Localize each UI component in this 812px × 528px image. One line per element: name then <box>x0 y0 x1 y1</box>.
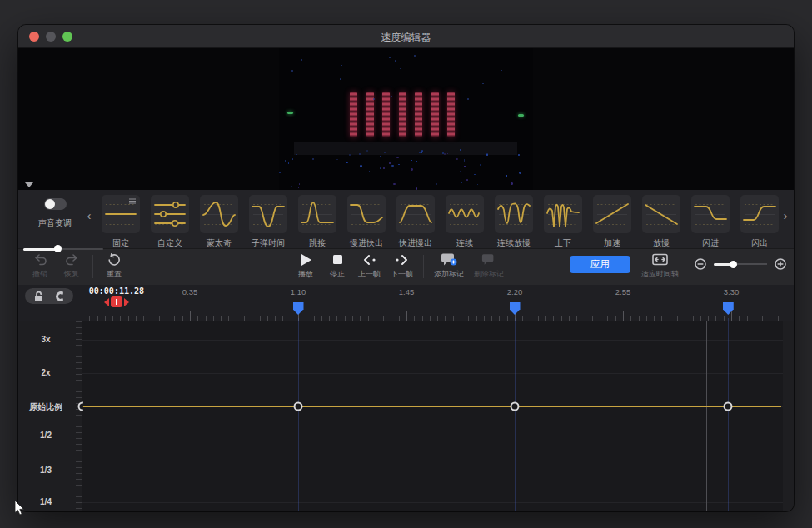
stop-button[interactable]: 停止 <box>326 252 348 280</box>
lock-icon[interactable] <box>33 291 44 302</box>
playhead-left-arrow-icon[interactable] <box>104 298 109 306</box>
zoom-in-icon[interactable] <box>775 258 786 270</box>
presets-scrollbar[interactable] <box>23 247 103 251</box>
redo-button: 恢复 <box>61 252 82 280</box>
fit-timeline-icon <box>652 252 668 266</box>
speed-scale-label: 1/3 <box>18 466 73 475</box>
audience-light-dot <box>474 174 476 176</box>
playhead-handle[interactable] <box>104 296 129 307</box>
preset-slow-in-fast-out[interactable]: 慢进快出 <box>347 195 386 249</box>
audience-light-dot <box>414 55 416 57</box>
speed-keyframe[interactable] <box>724 402 733 411</box>
audio-pitch-toggle[interactable] <box>44 198 67 210</box>
audience-light-dot <box>383 167 386 170</box>
audience-light-dot <box>398 164 399 165</box>
preset-label: 跳接 <box>309 237 326 249</box>
ruler-tick <box>82 311 82 321</box>
preset-custom[interactable]: 自定义 <box>151 195 189 249</box>
audience-light-dot <box>380 156 381 157</box>
zoom-slider-knob[interactable] <box>730 261 737 268</box>
toggle-knob <box>45 199 55 209</box>
stop-icon <box>332 252 343 266</box>
playhead-timecode: 00:00:11.28 <box>89 286 144 296</box>
audio-pitch-group: 声音变调 <box>28 190 82 229</box>
speed-curve-line[interactable] <box>82 406 781 407</box>
previous-frame-button[interactable]: 上一帧 <box>358 252 381 280</box>
scrollbar-knob[interactable] <box>54 245 62 252</box>
title-bar: 速度编辑器 <box>18 25 794 48</box>
preset-label: 子弹时间 <box>252 237 285 249</box>
stage-light-column <box>366 92 374 137</box>
ruler-tick <box>731 311 732 321</box>
magnet-snap-icon[interactable] <box>53 291 65 302</box>
speed-scale-label: 原始比例 <box>18 401 73 413</box>
gridline <box>82 471 783 471</box>
apply-button[interactable]: 应用 <box>570 256 630 273</box>
preset-label: 闪出 <box>751 237 768 249</box>
playhead-line[interactable] <box>117 307 117 511</box>
speed-curve-plot[interactable] <box>82 321 783 511</box>
slow-in-fast-out-curve-icon <box>347 195 386 233</box>
next-frame-button[interactable]: 下一帧 <box>391 252 413 280</box>
preset-flash-out[interactable]: 闪出 <box>740 195 779 249</box>
fit-timeline-button[interactable]: 适应时间轴 <box>641 252 679 280</box>
zoom-out-icon[interactable] <box>695 258 706 270</box>
preset-speed-up[interactable]: 加速 <box>593 195 631 249</box>
preset-label: 蒙太奇 <box>207 237 232 249</box>
audience-light-dot <box>511 182 513 185</box>
timeline-zoom-slider[interactable] <box>714 261 767 268</box>
audience-light-dot <box>369 171 370 172</box>
preset-up-down[interactable]: 上下 <box>544 195 582 249</box>
audience-light-dot <box>396 157 399 159</box>
marker-guide-line <box>298 318 299 511</box>
time-ruler[interactable]: 0:351:101:452:202:553:30 <box>82 285 783 321</box>
marker-guide-line <box>728 318 729 511</box>
playhead-right-arrow-icon[interactable] <box>124 298 129 306</box>
speed-keyframe[interactable] <box>294 402 303 411</box>
play-button[interactable]: 播放 <box>295 252 316 280</box>
audience-light-dot <box>518 154 520 156</box>
chevron-down-icon[interactable] <box>25 182 33 187</box>
audience-light-dot <box>400 68 401 70</box>
fixed-curve-icon <box>102 195 140 233</box>
audience-light-dot <box>373 98 375 100</box>
ruler-time-label: 2:55 <box>615 287 631 296</box>
audience-light-dot <box>482 83 484 85</box>
preset-fast-in-slow-out[interactable]: 快进慢出 <box>396 195 435 249</box>
presets-scroll-left-button[interactable]: ‹ <box>82 190 96 248</box>
presets-scroll-right-button[interactable]: › <box>779 190 792 248</box>
fast-in-slow-out-thumbnail <box>396 195 435 233</box>
speed-keyframe[interactable] <box>511 402 520 411</box>
speed-scale-ruler <box>76 321 82 511</box>
playhead-grip[interactable] <box>111 296 122 307</box>
timeline-marker[interactable] <box>510 302 521 315</box>
preset-label: 慢进快出 <box>350 237 383 249</box>
preset-fixed[interactable]: 固定 <box>102 195 140 249</box>
audience-light-dot <box>340 78 341 80</box>
continuous-thumbnail <box>446 195 484 233</box>
preset-montage[interactable]: 蒙太奇 <box>200 195 238 249</box>
audience-light-dot <box>480 164 482 167</box>
preset-jump-cut[interactable]: 跳接 <box>298 195 336 249</box>
audience-light-dot <box>346 162 347 163</box>
preset-label: 连续 <box>456 237 473 249</box>
timeline-tools-pill <box>25 288 73 304</box>
audience-light-dot <box>380 167 381 168</box>
reset-button[interactable]: 重置 <box>103 252 125 280</box>
audience-light-dot <box>506 175 507 177</box>
stage-light-column <box>350 92 357 137</box>
timeline-marker[interactable] <box>293 302 304 315</box>
preset-continuous-slow[interactable]: 连续放慢 <box>495 195 533 249</box>
preset-slow-down[interactable]: 放慢 <box>642 195 680 249</box>
ruler-tick <box>190 311 191 321</box>
gridline <box>82 436 783 436</box>
audience-light-dot <box>391 96 393 97</box>
divider <box>92 255 93 278</box>
preset-label: 加速 <box>604 237 620 249</box>
preset-flash-in[interactable]: 闪进 <box>691 195 730 249</box>
add-marker-button[interactable]: 添加标记 <box>434 252 464 280</box>
next-frame-icon <box>395 252 409 266</box>
montage-thumbnail <box>200 195 238 233</box>
preset-continuous[interactable]: 连续 <box>446 195 484 249</box>
preset-bullet-time[interactable]: 子弹时间 <box>249 195 287 249</box>
